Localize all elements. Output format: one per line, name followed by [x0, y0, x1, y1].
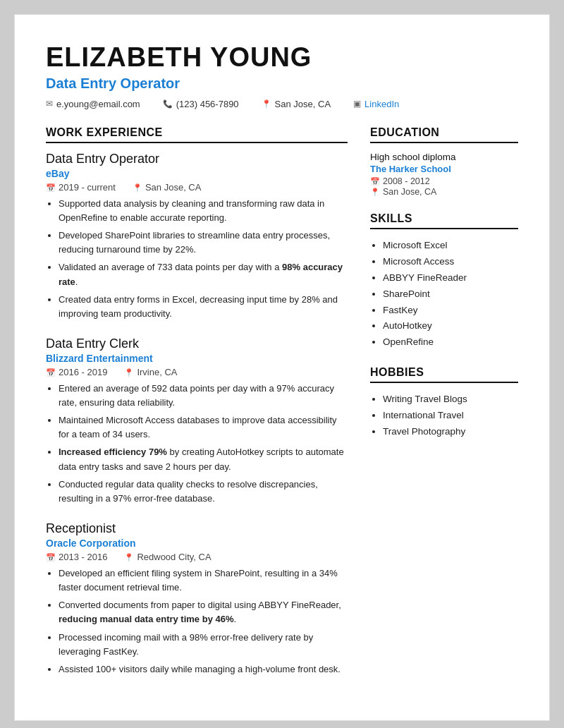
edu-entry: High school diploma The Harker School 20… [370, 152, 518, 197]
job-dates: 2013 - 2016 [46, 552, 107, 562]
skill-item: SharePoint [383, 286, 518, 303]
skill-item: OpenRefine [383, 334, 518, 351]
job-title: Data Entry Clerk [46, 336, 348, 351]
bullet-item: Increased efficiency 79% by creating Aut… [59, 445, 348, 473]
job-company: eBay [46, 168, 348, 179]
hobbies-list: Writing Travel BlogsInternational Travel… [370, 392, 518, 440]
calendar-icon [46, 552, 56, 562]
linkedin-icon [353, 99, 361, 109]
job-dates: 2019 - current [46, 182, 116, 193]
job-location: Irvine, CA [124, 367, 177, 377]
phone-icon [163, 99, 173, 109]
calendar-icon [46, 367, 56, 377]
calendar-icon [370, 176, 380, 186]
contact-info: e.young@email.com (123) 456-7890 San Jos… [46, 99, 518, 111]
edu-degree: High school diploma [370, 152, 518, 162]
calendar-icon [46, 182, 56, 193]
bullet-item: Processed incoming mail with a 98% error… [59, 631, 348, 659]
job-company: Blizzard Entertainment [46, 353, 348, 364]
location-icon [262, 99, 271, 109]
hobby-item: Travel Photography [383, 424, 518, 440]
location-icon [124, 367, 134, 377]
candidate-title: Data Entry Operator [46, 75, 518, 92]
right-column: EDUCATION High school diploma The Harker… [370, 126, 518, 692]
bullet-item: Maintained Microsoft Access databases to… [59, 413, 348, 442]
edu-location: San Jose, CA [370, 187, 518, 197]
job-bullets: Supported data analysis by cleaning and … [46, 197, 348, 321]
skill-item: AutoHotkey [383, 318, 518, 334]
job-bullets: Developed an efficient filing system in … [46, 566, 348, 677]
job-meta: 2016 - 2019 Irvine, CA [46, 367, 348, 377]
location-icon [370, 187, 380, 197]
job-dates: 2016 - 2019 [46, 367, 107, 377]
email-contact: e.young@email.com [46, 99, 140, 109]
job-entry: Data Entry Operator eBay 2019 - current … [46, 152, 348, 321]
skill-item: ABBYY FineReader [383, 270, 518, 286]
edu-school: The Harker School [370, 164, 518, 174]
bullet-item: Developed SharePoint libraries to stream… [59, 229, 348, 257]
email-icon [46, 99, 53, 109]
hobbies-title: HOBBIES [370, 366, 518, 383]
bullet-item: Validated an average of 733 data points … [59, 260, 348, 289]
job-title: Data Entry Operator [46, 152, 348, 166]
edu-dates: 2008 - 2012 [370, 176, 518, 186]
hobby-item: Writing Travel Blogs [383, 392, 518, 408]
bullet-item: Supported data analysis by cleaning and … [59, 197, 348, 225]
job-bullets: Entered an average of 592 data points pe… [46, 382, 348, 506]
email-value: e.young@email.com [56, 99, 140, 109]
job-title: Receptionist [46, 521, 348, 536]
jobs-list: Data Entry Operator eBay 2019 - current … [46, 152, 348, 677]
bullet-item: Conducted regular data quality checks to… [59, 478, 348, 506]
skill-item: Microsoft Excel [383, 238, 518, 254]
main-content: WORK EXPERIENCE Data Entry Operator eBay… [46, 126, 518, 692]
work-experience-title: WORK EXPERIENCE [46, 126, 348, 143]
bullet-item: Created data entry forms in Excel, decre… [59, 293, 348, 321]
skills-title: SKILLS [370, 212, 518, 229]
skill-item: FastKey [383, 303, 518, 319]
job-location: Redwood City, CA [124, 552, 211, 562]
left-column: WORK EXPERIENCE Data Entry Operator eBay… [46, 126, 348, 692]
hobby-item: International Travel [383, 408, 518, 424]
bullet-item: Assisted 100+ visitors daily while manag… [59, 662, 348, 677]
job-meta: 2013 - 2016 Redwood City, CA [46, 552, 348, 562]
linkedin-contact[interactable]: LinkedIn [353, 99, 399, 109]
resume-container: ELIZABETH YOUNG Data Entry Operator e.yo… [14, 14, 550, 721]
job-location: San Jose, CA [133, 182, 202, 193]
candidate-name: ELIZABETH YOUNG [46, 43, 518, 73]
header: ELIZABETH YOUNG Data Entry Operator e.yo… [46, 43, 518, 111]
education-entries: High school diploma The Harker School 20… [370, 152, 518, 197]
bullet-item: Converted documents from paper to digita… [59, 598, 348, 626]
location-contact: San Jose, CA [262, 99, 331, 109]
skill-item: Microsoft Access [383, 254, 518, 270]
education-section: EDUCATION High school diploma The Harker… [370, 126, 518, 197]
bullet-item: Developed an efficient filing system in … [59, 566, 348, 595]
location-icon [133, 182, 142, 193]
skills-list: Microsoft ExcelMicrosoft AccessABBYY Fin… [370, 238, 518, 351]
bullet-item: Entered an average of 592 data points pe… [59, 382, 348, 410]
location-value: San Jose, CA [275, 99, 331, 109]
location-icon [124, 552, 134, 562]
linkedin-link[interactable]: LinkedIn [364, 99, 399, 109]
education-title: EDUCATION [370, 126, 518, 143]
phone-value: (123) 456-7890 [176, 99, 239, 109]
job-entry: Data Entry Clerk Blizzard Entertainment … [46, 336, 348, 506]
job-entry: Receptionist Oracle Corporation 2013 - 2… [46, 521, 348, 677]
phone-contact: (123) 456-7890 [163, 99, 239, 109]
job-company: Oracle Corporation [46, 538, 348, 549]
edu-meta: 2008 - 2012 San Jose, CA [370, 176, 518, 197]
skills-section: SKILLS Microsoft ExcelMicrosoft AccessAB… [370, 212, 518, 351]
job-meta: 2019 - current San Jose, CA [46, 182, 348, 193]
hobbies-section: HOBBIES Writing Travel BlogsInternationa… [370, 366, 518, 440]
